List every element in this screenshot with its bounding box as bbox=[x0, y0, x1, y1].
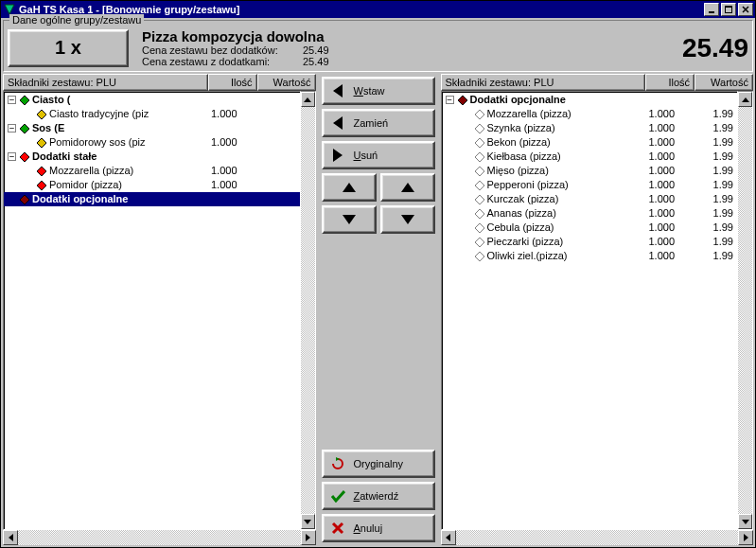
tree-row[interactable]: Ananas (pizza)1.0001.99 bbox=[442, 206, 738, 221]
scroll-right-button[interactable] bbox=[301, 530, 316, 545]
row-qty: 1.000 bbox=[629, 150, 678, 164]
col-qty[interactable]: Ilość bbox=[208, 74, 257, 91]
row-label: Oliwki ziel.(pizza) bbox=[487, 249, 568, 263]
col-qty[interactable]: Ilość bbox=[645, 74, 694, 91]
col-value[interactable]: Wartość bbox=[694, 74, 753, 91]
close-button[interactable] bbox=[738, 3, 753, 16]
move-down-right-button[interactable] bbox=[380, 205, 435, 234]
mid-panel: Wstaw Zamień Usuń Oryginalny Zatwierdź A… bbox=[318, 74, 439, 545]
left-col-headers: Składniki zestawu: PLU Ilość Wartość bbox=[3, 74, 316, 91]
diamond-icon bbox=[475, 252, 484, 261]
diamond-icon bbox=[475, 195, 484, 204]
tree-row[interactable]: Pepperoni (pizza)1.0001.99 bbox=[442, 178, 738, 192]
left-tree[interactable]: −Ciasto (Ciasto tradycyjne (piz1.000−Sos… bbox=[3, 91, 301, 530]
right-vscroll[interactable] bbox=[738, 91, 753, 530]
tree-row[interactable]: −Dodatki stałe bbox=[4, 150, 300, 164]
maximize-button[interactable] bbox=[721, 3, 736, 16]
right-panel: Składniki zestawu: PLU Ilość Wartość −Do… bbox=[441, 74, 754, 545]
row-qty: 1.000 bbox=[192, 135, 241, 150]
tree-row[interactable]: Mięso (pizza)1.0001.99 bbox=[442, 164, 738, 178]
row-value: 1.99 bbox=[678, 249, 737, 263]
col-value[interactable]: Wartość bbox=[257, 74, 316, 91]
svg-marker-18 bbox=[475, 110, 484, 119]
right-tree[interactable]: −Dodatki opcjonalneMozzarella (pizza)1.0… bbox=[441, 91, 739, 530]
expand-toggle[interactable]: − bbox=[8, 124, 16, 133]
svg-marker-22 bbox=[475, 167, 484, 176]
confirm-button[interactable]: Zatwierdź bbox=[322, 482, 435, 510]
remove-button[interactable]: Usuń bbox=[322, 141, 435, 169]
scroll-left-button[interactable] bbox=[3, 530, 18, 545]
tree-row[interactable]: Oliwki ziel.(pizza)1.0001.99 bbox=[442, 249, 738, 263]
svg-marker-11 bbox=[37, 167, 46, 176]
tree-row[interactable]: Kurczak (pizza)1.0001.99 bbox=[442, 192, 738, 206]
move-up-left-button[interactable] bbox=[322, 173, 377, 202]
right-col-headers: Składniki zestawu: PLU Ilość Wartość bbox=[441, 74, 754, 91]
svg-marker-7 bbox=[37, 110, 46, 119]
tree-row[interactable]: Kiełbasa (pizza)1.0001.99 bbox=[442, 150, 738, 164]
svg-marker-28 bbox=[475, 252, 484, 261]
svg-marker-6 bbox=[20, 96, 29, 105]
svg-marker-12 bbox=[37, 181, 46, 190]
svg-marker-0 bbox=[5, 5, 14, 14]
row-qty: 1.000 bbox=[629, 107, 678, 121]
svg-marker-21 bbox=[475, 152, 484, 162]
tree-row[interactable]: Pieczarki (pizza)1.0001.99 bbox=[442, 235, 738, 249]
row-qty: 1.000 bbox=[629, 206, 678, 221]
tree-row[interactable]: Mozzarella (pizza)1.0001.99 bbox=[442, 107, 738, 121]
move-down-left-button[interactable] bbox=[322, 205, 377, 234]
svg-marker-26 bbox=[475, 223, 484, 233]
tree-row[interactable]: Mozzarella (pizza)1.000 bbox=[4, 164, 300, 178]
scroll-down-button[interactable] bbox=[301, 514, 315, 529]
tree-row[interactable]: Cebula (pizza)1.0001.99 bbox=[442, 221, 738, 235]
move-up-right-button[interactable] bbox=[380, 173, 435, 202]
scroll-up-button[interactable] bbox=[738, 92, 752, 107]
diamond-icon bbox=[475, 167, 484, 176]
tree-row[interactable]: Ciasto tradycyjne (piz1.000 bbox=[4, 107, 300, 121]
tree-row[interactable]: −Dodatki opcjonalne bbox=[442, 93, 738, 107]
cancel-button[interactable]: Anuluj bbox=[322, 514, 435, 542]
row-value: 1.99 bbox=[678, 150, 737, 164]
scroll-up-button[interactable] bbox=[301, 92, 315, 107]
svg-marker-13 bbox=[20, 195, 29, 204]
left-vscroll[interactable] bbox=[301, 91, 316, 530]
minimize-button[interactable] bbox=[704, 3, 719, 16]
check-icon bbox=[329, 489, 346, 503]
row-label: Kurczak (pizza) bbox=[487, 192, 559, 206]
row-qty: 1.000 bbox=[629, 235, 678, 249]
row-qty: 1.000 bbox=[629, 221, 678, 235]
row-label: Pomidorowy sos (piz bbox=[49, 135, 145, 150]
replace-button[interactable]: Zamień bbox=[322, 109, 435, 137]
diamond-icon bbox=[475, 181, 484, 190]
row-qty: 1.000 bbox=[629, 135, 678, 150]
tree-row[interactable]: Szynka (pizza)1.0001.99 bbox=[442, 121, 738, 135]
row-qty: 1.000 bbox=[629, 178, 678, 192]
tree-row[interactable]: −Sos (E bbox=[4, 121, 300, 135]
tree-row[interactable]: Pomidor (pizza)1.000 bbox=[4, 178, 300, 192]
col-components[interactable]: Składniki zestawu: PLU bbox=[3, 74, 208, 91]
right-hscroll[interactable] bbox=[441, 530, 754, 545]
insert-button[interactable]: Wstaw bbox=[322, 77, 435, 105]
tree-row[interactable]: −Ciasto ( bbox=[4, 93, 300, 107]
arrow-left-icon bbox=[329, 116, 346, 130]
expand-toggle[interactable]: − bbox=[446, 96, 454, 104]
row-label: Ciasto tradycyjne (piz bbox=[49, 107, 149, 121]
row-label: Ciasto ( bbox=[32, 93, 70, 107]
diamond-icon bbox=[475, 110, 484, 119]
col-components[interactable]: Składniki zestawu: PLU bbox=[441, 74, 646, 91]
tree-row[interactable]: Bekon (pizza)1.0001.99 bbox=[442, 135, 738, 150]
tree-row[interactable]: Dodatki opcjonalne bbox=[4, 192, 300, 206]
cancel-label: nuluj bbox=[360, 522, 382, 534]
row-label: Dodatki stałe bbox=[32, 150, 97, 164]
original-button[interactable]: Oryginalny bbox=[322, 450, 435, 478]
tree-row[interactable]: Pomidorowy sos (piz1.000 bbox=[4, 135, 300, 150]
row-value: 1.99 bbox=[678, 135, 737, 150]
expand-toggle[interactable]: − bbox=[8, 152, 16, 161]
expand-toggle[interactable]: − bbox=[8, 96, 16, 104]
row-qty: 1.000 bbox=[192, 107, 241, 121]
left-hscroll[interactable] bbox=[3, 530, 316, 545]
quantity-button[interactable]: 1 x bbox=[8, 29, 129, 67]
scroll-down-button[interactable] bbox=[738, 514, 752, 529]
scroll-right-button[interactable] bbox=[738, 530, 753, 545]
scroll-left-button[interactable] bbox=[441, 530, 456, 545]
diamond-icon bbox=[475, 124, 484, 133]
